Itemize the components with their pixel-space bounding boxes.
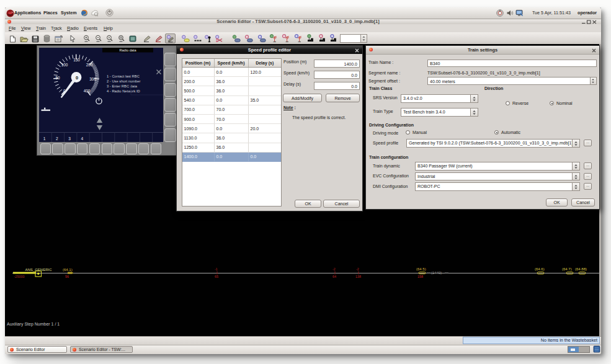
svg-text:3: 3 xyxy=(68,136,71,141)
svg-text:65: 65 xyxy=(215,275,218,278)
svg-text:50: 50 xyxy=(55,76,60,80)
svg-text:0: 0 xyxy=(76,75,78,81)
svg-text:3 - Enter RBC data: 3 - Enter RBC data xyxy=(107,84,138,88)
svg-text:-2: -2 xyxy=(332,267,336,271)
svg-text:-25000: -25000 xyxy=(14,275,25,278)
svg-text:200: 200 xyxy=(86,63,93,67)
svg-text:(64.7): (64.7) xyxy=(562,267,572,271)
svg-text:150: 150 xyxy=(73,58,80,62)
svg-text:4: 4 xyxy=(81,136,84,141)
svg-text:56: 56 xyxy=(65,275,69,278)
svg-text:400: 400 xyxy=(84,89,91,93)
svg-text:(64.6): (64.6) xyxy=(535,267,545,271)
svg-text:2: 2 xyxy=(56,136,58,141)
svg-text:(64.1): (64.1) xyxy=(63,268,73,272)
svg-text:300: 300 xyxy=(89,77,96,81)
svg-text:(64.88): (64.88) xyxy=(575,267,587,271)
svg-text:ANS_GENERIC: ANS_GENERIC xyxy=(25,268,53,272)
svg-text:64: 64 xyxy=(332,275,336,278)
svg-text:2 - Use short number: 2 - Use short number xyxy=(107,79,141,83)
svg-text:Radio data: Radio data xyxy=(119,48,136,52)
svg-text:(1440): (1440) xyxy=(431,271,442,275)
svg-text:4 - Radio Network ID: 4 - Radio Network ID xyxy=(107,89,140,93)
svg-text:-2: -2 xyxy=(356,267,359,271)
svg-text:-1: -1 xyxy=(215,267,218,271)
svg-text:100: 100 xyxy=(61,63,68,67)
svg-text:1 - Contact last RBC: 1 - Contact last RBC xyxy=(107,74,140,78)
svg-text:138: 138 xyxy=(355,275,361,278)
svg-text:(64.5): (64.5) xyxy=(416,267,426,271)
svg-text:158: 158 xyxy=(417,275,423,278)
svg-text:1: 1 xyxy=(43,136,46,141)
